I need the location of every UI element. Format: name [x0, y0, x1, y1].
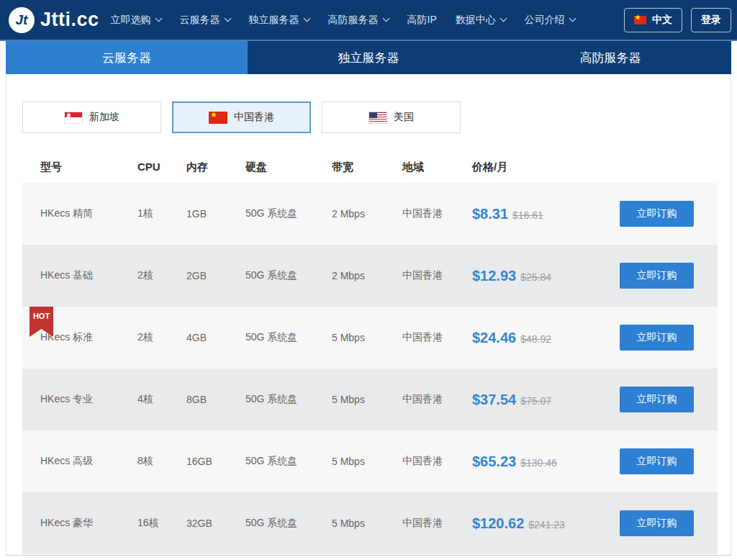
content-panel: 新加坡 中国香港 美国 型号CPU内存硬盘带宽地域价格/月 HOT HKecs …: [6, 74, 731, 556]
nav-item-3[interactable]: 高防服务器: [328, 14, 389, 27]
order-button[interactable]: 立即订购: [620, 263, 694, 289]
cell-model: HKecs 标准: [40, 331, 137, 344]
nav-item-6[interactable]: 公司介绍: [525, 14, 575, 27]
table-row: HOT HKecs 基础 2核 2GB 50G 系统盘 2 Mbps 中国香港 …: [22, 245, 718, 307]
cell-bandwidth: 2 Mbps: [332, 270, 402, 281]
nav-item-label: 云服务器: [180, 14, 220, 27]
nav-item-label: 数据中心: [456, 14, 496, 27]
header-col-2: 内存: [186, 161, 245, 174]
table-row: HOT HKecs 精简 1核 1GB 50G 系统盘 2 Mbps 中国香港 …: [22, 183, 718, 245]
cell-model: HKecs 基础: [40, 269, 137, 282]
nav-item-2[interactable]: 独立服务器: [249, 14, 309, 27]
chevron-down-icon: [382, 15, 389, 22]
order-button[interactable]: 立即订购: [620, 510, 694, 536]
region-label: 中国香港: [234, 111, 274, 124]
nav-item-4[interactable]: 高防IP: [407, 14, 437, 27]
table-row: HOT HKecs 专业 4核 8GB 50G 系统盘 5 Mbps 中国香港 …: [22, 369, 718, 430]
cell-memory: 16GB: [186, 456, 245, 467]
cell-bandwidth: 5 Mbps: [332, 394, 402, 405]
tab-0[interactable]: 云服务器: [6, 41, 248, 74]
cell-model: HKecs 高级: [40, 455, 137, 468]
cell-region: 中国香港: [402, 517, 472, 530]
navbar: Jt Jtti.cc 立即选购 云服务器 独立服务器 高防服务器 高防IP 数据…: [0, 0, 737, 41]
cell-cpu: 2核: [137, 331, 186, 344]
region-button-us[interactable]: 美国: [322, 101, 461, 133]
cell-memory: 4GB: [186, 332, 245, 343]
table-header: 型号CPU内存硬盘带宽地域价格/月: [22, 161, 718, 174]
original-price: $75.07: [520, 395, 551, 407]
region-selector: 新加坡 中国香港 美国: [6, 74, 731, 133]
region-button-cn[interactable]: 中国香港: [172, 101, 311, 133]
cell-bandwidth: 5 Mbps: [332, 518, 402, 529]
header-col-6: 价格/月: [472, 161, 609, 174]
cell-memory: 1GB: [186, 208, 245, 220]
cell-price: $120.62 $241.23: [472, 515, 609, 532]
region-button-sg[interactable]: 新加坡: [22, 101, 161, 133]
header-col-3: 硬盘: [245, 161, 332, 174]
nav-item-label: 公司介绍: [525, 14, 565, 27]
brand-name: Jtti.cc: [40, 9, 99, 31]
table-row: HOT HKecs 豪华 16核 32GB 50G 系统盘 5 Mbps 中国香…: [22, 492, 718, 554]
nav-item-0[interactable]: 立即选购: [111, 14, 161, 27]
cell-price: $37.54 $75.07: [472, 392, 609, 408]
current-price: $65.23: [472, 453, 516, 470]
region-label: 美国: [394, 111, 414, 124]
logo[interactable]: Jt Jtti.cc: [9, 7, 99, 33]
header-col-5: 地域: [402, 161, 472, 174]
cell-disk: 50G 系统盘: [245, 517, 332, 530]
nav-item-label: 高防IP: [407, 14, 437, 27]
cell-region: 中国香港: [402, 269, 472, 282]
cell-region: 中国香港: [402, 331, 472, 344]
tab-1[interactable]: 独立服务器: [248, 41, 489, 74]
cell-price: $8.31 $16.61: [472, 206, 609, 222]
chevron-down-icon: [224, 15, 231, 22]
nav-item-1[interactable]: 云服务器: [180, 14, 230, 27]
original-price: $48.92: [520, 333, 551, 345]
order-button[interactable]: 立即订购: [620, 448, 694, 474]
cell-model: HKecs 精简: [40, 207, 137, 220]
cell-memory: 2GB: [186, 270, 245, 281]
language-button-label: 中文: [652, 14, 672, 27]
cn-flag-icon: [634, 16, 646, 24]
nav-item-label: 高防服务器: [328, 14, 379, 27]
nav-item-5[interactable]: 数据中心: [456, 14, 506, 27]
order-button[interactable]: 立即订购: [620, 387, 694, 412]
chevron-down-icon: [569, 15, 576, 22]
cell-bandwidth: 2 Mbps: [332, 208, 402, 220]
cell-memory: 32GB: [186, 518, 245, 529]
chevron-down-icon: [155, 15, 162, 22]
region-label: 新加坡: [89, 111, 119, 124]
nav-item-label: 立即选购: [111, 14, 151, 27]
plans-table: HOT HKecs 精简 1核 1GB 50G 系统盘 2 Mbps 中国香港 …: [6, 183, 731, 554]
order-button[interactable]: 立即订购: [620, 201, 694, 227]
cell-model: HKecs 专业: [40, 393, 137, 406]
current-price: $37.54: [472, 392, 516, 408]
navbar-actions: 中文 登录: [624, 8, 731, 32]
brand-logo-icon: Jt: [9, 7, 35, 33]
original-price: $25.84: [520, 271, 551, 283]
current-price: $8.31: [472, 206, 508, 222]
order-button[interactable]: 立即订购: [620, 325, 694, 351]
chevron-down-icon: [499, 15, 507, 22]
original-price: $130.46: [520, 457, 557, 469]
original-price: $16.61: [512, 209, 543, 221]
language-button[interactable]: 中文: [624, 8, 682, 32]
cell-price: $24.46 $48.92: [472, 330, 609, 346]
header-col-4: 带宽: [332, 161, 402, 174]
cell-model: HKecs 豪华: [40, 517, 137, 530]
cell-price: $12.93 $25.84: [472, 268, 609, 284]
us-flag-icon: [368, 112, 387, 124]
cell-disk: 50G 系统盘: [245, 331, 332, 344]
tab-2[interactable]: 高防服务器: [489, 41, 731, 74]
cell-disk: 50G 系统盘: [245, 455, 332, 468]
original-price: $241.23: [528, 519, 565, 530]
cell-memory: 8GB: [186, 394, 245, 405]
login-button[interactable]: 登录: [691, 8, 731, 32]
cell-cpu: 8核: [137, 455, 186, 468]
cell-cpu: 4核: [137, 393, 186, 406]
cell-disk: 50G 系统盘: [245, 207, 332, 220]
current-price: $120.62: [472, 515, 524, 532]
cell-cpu: 2核: [137, 269, 186, 282]
nav-item-label: 独立服务器: [249, 14, 299, 27]
current-price: $24.46: [472, 330, 516, 346]
